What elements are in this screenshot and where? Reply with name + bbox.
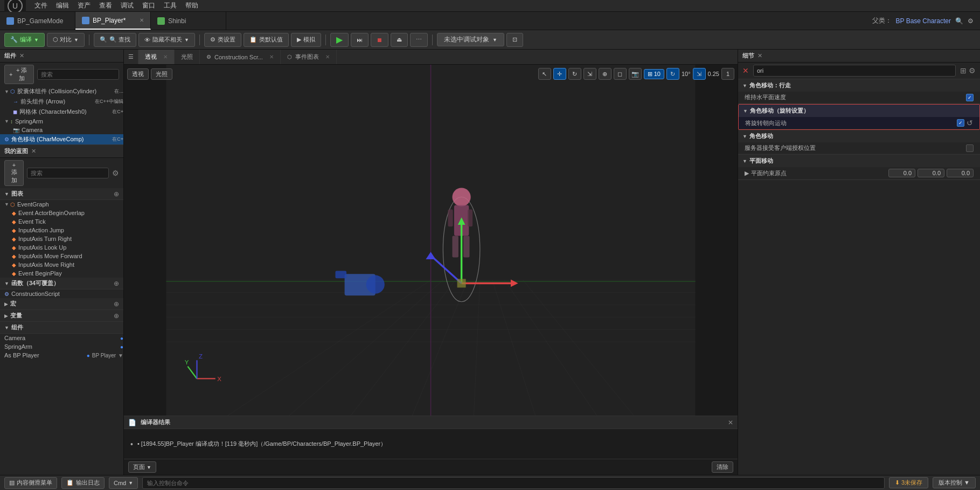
clear-btn[interactable]: 清除	[712, 461, 733, 473]
viewport-mode-button[interactable]: 透视	[127, 68, 149, 80]
components-search-input[interactable]	[37, 69, 119, 80]
inputaxis-turnright-item[interactable]: ◆ InputAxis Turn Right	[0, 234, 123, 243]
console-input[interactable]	[142, 477, 885, 489]
select-tool[interactable]: ↖	[538, 68, 551, 80]
simulate-button[interactable]: ▶ 模拟	[291, 33, 321, 47]
tab-player-close[interactable]: ✕	[140, 17, 144, 23]
event-beginplay-item[interactable]: ◆ Event BeginPlay	[0, 269, 123, 278]
inputaxis-moveright-item[interactable]: ◆ InputAxis Move Right	[0, 260, 123, 269]
view-tab-hamburger[interactable]: ☰	[124, 50, 138, 64]
menu-debug[interactable]: 调试	[121, 1, 134, 10]
version-button[interactable]: 版本控制 ▼	[933, 477, 976, 488]
orient-movement-undo-icon[interactable]: ↺	[967, 119, 973, 127]
var-asbpplayer-item[interactable]: As BP Player ● BP Player ▼	[0, 351, 123, 360]
components-var-section-header[interactable]: ▼ 组件	[0, 322, 123, 334]
functions-add-icon[interactable]: ⊕	[114, 280, 119, 287]
scale-tool[interactable]: ⇲	[583, 68, 596, 80]
search-icon[interactable]: 🔍	[955, 17, 963, 25]
var-camera-item[interactable]: Camera ●	[0, 334, 123, 342]
macros-add-icon[interactable]: ⊕	[114, 300, 119, 308]
maximize-tool[interactable]: ◻	[614, 68, 627, 80]
menu-view[interactable]: 查看	[99, 1, 112, 10]
tree-item-mesh[interactable]: ◼ 网格体 (CharacterMesh0) 在C+	[0, 107, 123, 117]
tab-shinbi[interactable]: Shinbi	[151, 12, 226, 30]
view-tab-eventgraph[interactable]: ⬡ 事件图表 ✕	[281, 50, 337, 64]
detail-cat-walking-header[interactable]: ▼ 角色移动：行走	[738, 79, 980, 92]
debug-status[interactable]: 未选中调试对象 ▼	[437, 33, 504, 46]
details-close-icon[interactable]: ✕	[757, 52, 762, 59]
event-tick-item[interactable]: ◆ Event Tick	[0, 217, 123, 226]
all-tool[interactable]: ⊕	[599, 68, 611, 80]
settings-icon[interactable]: ⚙	[968, 17, 974, 25]
view-tab-viewport[interactable]: 透视 ✕	[138, 50, 175, 64]
viewport[interactable]: 透视 光照 ↖ ✛ ↻ ⇲ ⊕ ◻ 📷 ⊞ 10 ↻	[124, 65, 738, 416]
var-springarm-item[interactable]: SpringArm ●	[0, 342, 123, 351]
detail-cat-rotation-header[interactable]: ▼ 角色移动（旋转设置）	[739, 105, 979, 117]
menu-edit[interactable]: 编辑	[56, 1, 69, 10]
construction-close-icon[interactable]: ✕	[269, 54, 274, 60]
inputaxis-lookup-item[interactable]: ◆ InputAxis Look Up	[0, 243, 123, 252]
tree-item-collision[interactable]: ▼ ⬡ 胶囊体组件 (CollisionCylinder) 在...	[0, 86, 123, 96]
step-button[interactable]: ⏭	[351, 33, 369, 47]
inputaction-jump-item[interactable]: ◆ InputAction Jump	[0, 226, 123, 234]
debug-more-button[interactable]: ⋯	[410, 33, 428, 47]
components-close-icon[interactable]: ✕	[19, 52, 24, 59]
save-button[interactable]: ⬇ 3未保存	[889, 477, 928, 488]
inputaxis-moveforward-item[interactable]: ◆ InputAxis Move Forward	[0, 252, 123, 260]
tree-item-camera[interactable]: 📷 Camera	[0, 126, 123, 134]
planar-x-input[interactable]	[888, 169, 915, 177]
debug-btn2[interactable]: ⊡	[506, 33, 523, 47]
compiler-close-icon[interactable]: ✕	[728, 419, 733, 426]
my-bp-settings-icon[interactable]: ⚙	[112, 169, 119, 177]
grid-snap-btn[interactable]: ⊞ 10	[644, 69, 664, 79]
menu-tools[interactable]: 工具	[164, 1, 177, 10]
server-accept-checkbox[interactable]	[966, 144, 974, 152]
menu-window[interactable]: 窗口	[142, 1, 155, 10]
rotation-snap-btn[interactable]: ↻	[666, 68, 679, 80]
menu-assets[interactable]: 资产	[78, 1, 91, 10]
cmd-button[interactable]: Cmd ▼	[109, 477, 138, 489]
functions-section-header[interactable]: ▼ 函数（34可覆盖） ⊕	[0, 278, 123, 289]
macros-section-header[interactable]: ▶ 宏 ⊕	[0, 298, 123, 310]
search-button[interactable]: 🔍 🔍 查找	[94, 33, 136, 47]
eject-button[interactable]: ⏏	[391, 33, 408, 47]
view-tab-construction[interactable]: ⚙ Construction Scr... ✕	[200, 50, 281, 64]
planar-expand-arrow[interactable]: ▶	[745, 170, 749, 176]
detail-cat-planar-header[interactable]: ▼ 平面移动	[738, 155, 980, 167]
my-blueprint-close-icon[interactable]: ✕	[31, 148, 36, 155]
class-defaults-button[interactable]: 📋 类默认值	[244, 33, 289, 47]
detail-cat-charmovement-header[interactable]: ▼ 角色移动	[738, 130, 980, 142]
graph-section-header[interactable]: ▼ 图表 ⊕	[0, 188, 123, 200]
content-drawer-button[interactable]: ▤ 内容侧滑菜单	[4, 477, 57, 489]
scale-snap-btn[interactable]: ⇲	[693, 68, 706, 80]
details-settings-icon[interactable]: ⚙	[969, 66, 976, 75]
planar-z-input[interactable]	[947, 169, 974, 177]
my-bp-add-button[interactable]: + 添加	[4, 160, 24, 186]
orient-movement-checkbox[interactable]: ✓	[957, 119, 964, 127]
details-search-input[interactable]	[753, 65, 956, 77]
event-beginoverlap-item[interactable]: ◆ Event ActorBeginOverlap	[0, 209, 123, 217]
viewport-close-icon[interactable]: ✕	[163, 54, 168, 60]
play-button[interactable]: ▶	[330, 33, 349, 47]
maintain-horizontal-checkbox[interactable]: ✓	[966, 94, 974, 101]
my-bp-search-input[interactable]	[27, 168, 109, 178]
variables-section-header[interactable]: ▶ 变量 ⊕	[0, 310, 123, 322]
rotate-tool[interactable]: ↻	[568, 68, 581, 80]
compile-button[interactable]: 🔧 编译 ▼	[4, 33, 45, 47]
details-grid-icon[interactable]: ⊞	[960, 66, 967, 75]
tree-item-springarm[interactable]: ▼ ↕ SpringArm	[0, 117, 123, 126]
view-tab-light[interactable]: 光照	[175, 50, 200, 64]
components-add-button[interactable]: + + 添加	[4, 65, 34, 84]
menu-help[interactable]: 帮助	[185, 1, 198, 10]
tab-player[interactable]: BP_Player* ✕	[75, 12, 151, 30]
tree-item-arrow[interactable]: → 前头组件 (Arrow) 在C++中编辑	[0, 96, 123, 107]
constructionscript-item[interactable]: ⚙ ConstructionScript	[0, 289, 123, 298]
viewport-lighting-button[interactable]: 光照	[151, 68, 172, 80]
tab-gamemode[interactable]: BP_GameMode	[0, 12, 75, 30]
page-btn[interactable]: 页面 ▼	[128, 461, 156, 473]
menu-file[interactable]: 文件	[34, 1, 47, 10]
class-settings-button[interactable]: ⚙ 类设置	[204, 33, 241, 47]
camera-speed-tool[interactable]: 📷	[629, 68, 642, 80]
graph-add-icon[interactable]: ⊕	[114, 190, 119, 198]
tree-item-charmovement[interactable]: ⚙ 角色移动 (CharMoveComp) 在C+	[0, 134, 123, 144]
